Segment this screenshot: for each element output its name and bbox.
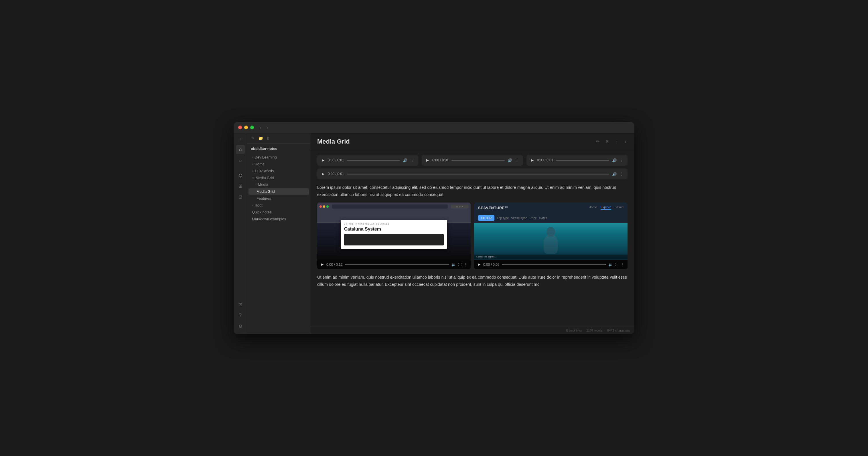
filter-vessel-type[interactable]: Vessel type: [511, 216, 527, 220]
body-text-1: Lorem ipsum dolor sit amet, consectetur …: [317, 184, 627, 198]
rail-help-icon[interactable]: ?: [236, 311, 245, 320]
forward-button[interactable]: ›: [266, 125, 269, 130]
new-note-icon[interactable]: ✎: [251, 135, 255, 141]
audio-bar-2[interactable]: [452, 160, 505, 161]
video-play-button-1[interactable]: ▶: [321, 262, 324, 267]
sidebar-item-label: Markdown examples: [252, 217, 286, 221]
body-text-2: Ut enim ad minim veniam, quis nostrud ex…: [317, 274, 627, 288]
video-vol-icon-2[interactable]: 🔉: [608, 263, 613, 267]
sidebar-item-media-grid-file[interactable]: Media Grid: [248, 188, 309, 195]
more-icon-4[interactable]: ⋮: [620, 172, 623, 176]
traffic-lights: [238, 126, 254, 129]
rail-terminal-icon[interactable]: ⊡: [236, 192, 245, 201]
chevron-icon: ›: [252, 169, 253, 172]
fullscreen-button-2[interactable]: ⛶: [615, 263, 618, 267]
rail-graph-icon[interactable]: ◎: [236, 170, 245, 180]
volume-icon-4[interactable]: 🔊: [612, 172, 617, 176]
edit-button[interactable]: ✏: [595, 138, 600, 145]
rail-home-icon[interactable]: ⌂: [236, 145, 245, 154]
sidebar-item-media-grid-folder[interactable]: ∨ Media Grid: [248, 174, 309, 181]
more-icon-3[interactable]: ⋮: [620, 158, 623, 162]
new-folder-icon[interactable]: 📁: [258, 135, 264, 141]
icon-rail: ‹ ⌂ ⌕ ◎ ⊞ ⊡ ⊡ ? ⚙: [234, 133, 247, 334]
vault-name: obsidian-notes: [247, 143, 310, 153]
video-more-button-1[interactable]: ⋮: [464, 263, 467, 267]
screenshot-dark-box: [344, 234, 444, 246]
audio-bar-4[interactable]: [347, 174, 609, 174]
video-vol-icon-1[interactable]: 🔉: [452, 263, 456, 267]
play-button-3[interactable]: ▶: [530, 158, 534, 163]
sidebar: ✎ 📁 ⇅ obsidian-notes › Dev Learning › Ho…: [247, 133, 310, 334]
filter-trip-type[interactable]: Trip type: [497, 216, 509, 220]
sidebar-item-label: Media Grid: [256, 176, 274, 180]
audio-time-2: 0:00 / 0:01: [432, 158, 448, 162]
volume-icon-1[interactable]: 🔊: [403, 158, 407, 162]
filter-button[interactable]: FILTER: [478, 215, 494, 221]
video-play-button-2[interactable]: ▶: [477, 262, 481, 267]
collapse-right-button[interactable]: ›: [624, 138, 627, 145]
rail-publish-icon[interactable]: ⊡: [236, 300, 245, 309]
video-more-button-2[interactable]: ⋮: [621, 263, 624, 267]
rail-settings-icon[interactable]: ⚙: [236, 322, 245, 331]
audio-row-wide: ▶ 0:00 / 0:01 🔊 ⋮: [317, 168, 627, 180]
sidebar-item-ideas[interactable]: › 1107 words: [248, 168, 309, 174]
play-button-4[interactable]: ▶: [321, 171, 325, 176]
main-content: Media Grid ✏ ✕ ⋮ › ▶ 0:00 / 0:01 🔊 ⋮: [310, 133, 634, 334]
seaventure-nav: Home Explore Saved: [589, 205, 623, 210]
audio-bar-3[interactable]: [556, 160, 609, 161]
titlebar: ‹ ›: [234, 122, 634, 133]
rail-plugin-icon[interactable]: ⊞: [236, 182, 245, 191]
audio-player-1: ▶ 0:00 / 0:01 🔊 ⋮: [317, 155, 418, 166]
word-count: 1107 words: [586, 329, 602, 332]
seaventure-filters: FILTER Trip type Vessel type Price Dates: [474, 213, 627, 223]
chevron-icon: ›: [252, 162, 253, 166]
sidebar-item-label: Features: [256, 196, 271, 200]
close-button[interactable]: ✕: [604, 138, 610, 145]
filter-dates[interactable]: Dates: [539, 216, 547, 220]
filter-price[interactable]: Price: [530, 216, 537, 220]
sidebar-item-label: Quick notes: [252, 210, 272, 214]
video-seekbar-2[interactable]: [502, 264, 606, 265]
nav-item-explore[interactable]: Explore: [600, 205, 611, 210]
sidebar-item-home[interactable]: › Home: [248, 161, 309, 167]
sidebar-item-label: Dev Learning: [254, 155, 277, 159]
video-preview-2: SEAVENTURE™ Home Explore Saved FILTER Tr…: [474, 202, 627, 260]
play-button-1[interactable]: ▶: [321, 158, 325, 163]
video-seekbar-1[interactable]: [345, 264, 449, 265]
rail-search-icon[interactable]: ⌕: [236, 156, 245, 165]
content-header: Media Grid ✏ ✕ ⋮ ›: [310, 133, 634, 149]
chevron-icon: ›: [252, 204, 253, 207]
video-time-1: 0:00 / 0:12: [327, 263, 343, 267]
video-player-1: ⊞ ⊟ ≡ UNITED INTERSTELLAR COLONIES Catal…: [317, 202, 471, 269]
audio-bar-1[interactable]: [347, 160, 400, 161]
nav-item-saved[interactable]: Saved: [615, 205, 623, 210]
status-bar: 0 backlinks 1107 words 8442 characters: [310, 327, 634, 334]
close-button[interactable]: [238, 126, 242, 129]
play-button-2[interactable]: ▶: [426, 158, 429, 163]
more-icon-2[interactable]: ⋮: [515, 158, 519, 162]
fullscreen-button-1[interactable]: ⛶: [458, 263, 462, 267]
sidebar-collapse-button[interactable]: ‹: [239, 135, 242, 143]
audio-time-3: 0:00 / 0:01: [537, 158, 553, 162]
maximize-button[interactable]: [250, 126, 254, 129]
minimize-button[interactable]: [244, 126, 248, 129]
nav-item-home[interactable]: Home: [589, 205, 597, 210]
sidebar-item-features[interactable]: Features: [248, 195, 309, 202]
sidebar-item-label: Media: [258, 183, 268, 187]
volume-icon-2[interactable]: 🔊: [507, 158, 512, 162]
sort-icon[interactable]: ⇅: [266, 135, 271, 141]
content-area[interactable]: ▶ 0:00 / 0:01 🔊 ⋮ ▶ 0:00 / 0:01 🔊 ⋮: [310, 149, 634, 327]
sidebar-item-root[interactable]: › Root: [248, 202, 309, 208]
sidebar-item-media[interactable]: › Media: [248, 182, 309, 188]
sidebar-item-dev-learning[interactable]: › Dev Learning: [248, 154, 309, 161]
volume-icon-3[interactable]: 🔊: [612, 158, 617, 162]
header-actions: ✏ ✕ ⋮ ›: [595, 138, 627, 145]
file-tree: › Dev Learning › Home › 1107 words ∨ Med…: [247, 153, 310, 334]
sidebar-item-markdown-examples[interactable]: Markdown examples: [248, 216, 309, 222]
screenshot-content: UNITED INTERSTELLAR COLONIES Cataluna Sy…: [341, 220, 447, 249]
more-options-button[interactable]: ⋮: [614, 138, 620, 145]
video-controls-1: ▶ 0:00 / 0:12 🔉 ⛶ ⋮: [317, 260, 471, 269]
back-button[interactable]: ‹: [258, 125, 262, 130]
sidebar-item-quick-notes[interactable]: Quick notes: [248, 209, 309, 216]
more-icon-1[interactable]: ⋮: [410, 158, 414, 162]
